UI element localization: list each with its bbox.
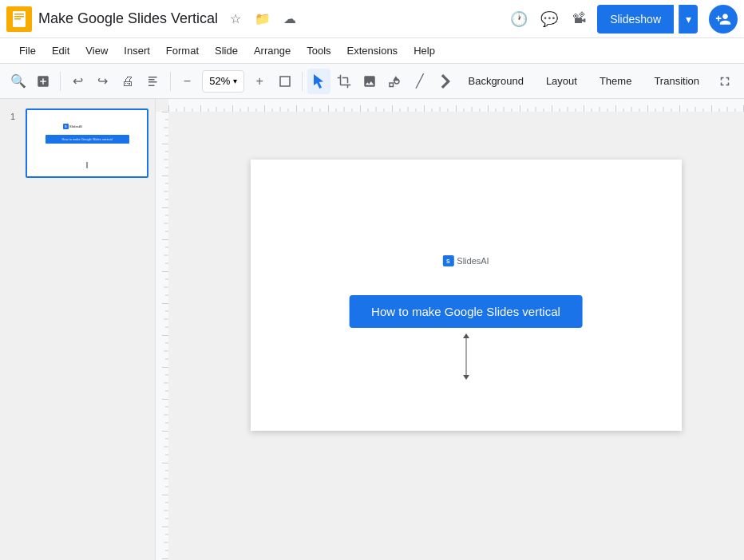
shape-button[interactable] (382, 69, 406, 94)
undo-button[interactable]: ↩ (65, 69, 89, 94)
app-icon (6, 6, 32, 32)
transition-button[interactable]: Transition (644, 72, 709, 90)
title-bar: Make Google Slides Vertical ☆ 📁 ☁ 🕐 💬 📽 … (0, 0, 744, 38)
cloud-icon[interactable]: ☁ (279, 8, 301, 30)
thumb-content: S SlidesAI How to make Google Slides ver… (27, 110, 147, 176)
menu-insert[interactable]: Insert (117, 41, 156, 60)
title-icons: ☆ 📁 ☁ (224, 8, 301, 30)
thumb-cursor (87, 162, 88, 168)
star-icon[interactable]: ☆ (224, 8, 247, 30)
canvas-title-box[interactable]: How to make Google Slides vertical (349, 295, 583, 328)
image-button[interactable] (358, 69, 382, 94)
ruler-horizontal (168, 99, 744, 112)
zoom-in-button[interactable]: + (247, 69, 271, 94)
canvas-logo-area: S SlidesAI (442, 255, 489, 266)
comment-icon[interactable]: 💬 (536, 6, 562, 32)
zoom-control[interactable]: 52% ▾ (202, 70, 244, 93)
slideshow-button[interactable]: Slideshow (597, 5, 674, 34)
svg-rect-3 (14, 16, 24, 18)
slide-thumb-container-1: 1 S SlidesAI How to make Google Slides v… (6, 108, 148, 178)
paint-format-button[interactable] (141, 69, 165, 94)
menu-file[interactable]: File (13, 41, 42, 60)
menu-tools[interactable]: Tools (300, 41, 337, 60)
canvas-area[interactable]: S SlidesAI How to make Google Slides ver… (156, 99, 744, 560)
svg-rect-4 (14, 18, 21, 20)
thumb-title-box: How to make Google Slides vertical (46, 135, 129, 144)
search-button[interactable]: 🔍 (6, 69, 30, 94)
menu-bar: File Edit View Insert Format Slide Arran… (0, 38, 744, 64)
crop-button[interactable] (332, 69, 356, 94)
menu-slide[interactable]: Slide (208, 41, 244, 60)
slides-ai-logo-icon: S (442, 255, 453, 266)
sep-3 (302, 72, 303, 91)
layout-button[interactable]: Layout (536, 72, 587, 90)
sep-1 (60, 72, 61, 91)
line-button[interactable]: ╱ (408, 69, 432, 94)
slide-canvas[interactable]: S SlidesAI How to make Google Slides ver… (251, 160, 682, 431)
main-content: 1 S SlidesAI How to make Google Slides v… (0, 99, 744, 560)
present-icon[interactable]: 📽 (567, 6, 592, 32)
svg-rect-2 (14, 14, 24, 15)
zoom-out-button[interactable]: − (176, 69, 200, 94)
thumb-logo: S SlidesAI (63, 124, 82, 128)
canvas-cursor-line (465, 335, 466, 375)
slide-options: Background Layout Theme Transition (458, 69, 738, 94)
resize-arrow-down (463, 375, 469, 380)
print-button[interactable]: 🖨 (116, 69, 140, 94)
svg-rect-16 (156, 112, 168, 560)
doc-title[interactable]: Make Google Slides Vertical (38, 10, 218, 27)
sep-2 (170, 72, 171, 91)
theme-button[interactable]: Theme (590, 72, 641, 90)
slide-thumbnail-1[interactable]: S SlidesAI How to make Google Slides ver… (26, 108, 148, 178)
menu-extensions[interactable]: Extensions (341, 41, 405, 60)
zoom-level: 52% (209, 75, 230, 87)
ruler-vertical (156, 112, 168, 560)
toolbar: 🔍 ↩ ↪ 🖨 − 52% ▾ + ╱ Background Layout Th… (0, 64, 744, 99)
background-button[interactable]: Background (458, 72, 532, 90)
slideshow-dropdown-button[interactable]: ▾ (679, 5, 698, 34)
menu-edit[interactable]: Edit (46, 41, 76, 60)
redo-button[interactable]: ↪ (91, 69, 115, 94)
add-new-button[interactable] (32, 69, 56, 94)
slides-ai-label: SlidesAI (457, 256, 489, 266)
fit-slide-button[interactable] (273, 69, 297, 94)
folder-icon[interactable]: 📁 (251, 8, 274, 30)
slides-panel: 1 S SlidesAI How to make Google Slides v… (0, 99, 156, 560)
menu-view[interactable]: View (79, 41, 114, 60)
canvas-title-text: How to make Google Slides vertical (371, 305, 560, 318)
title-toolbar-right: 🕐 💬 📽 Slideshow ▾ (506, 5, 738, 34)
menu-arrange[interactable]: Arrange (247, 41, 297, 60)
slide-number-1: 1 (6, 112, 19, 121)
menu-format[interactable]: Format (160, 41, 205, 60)
select-tool-button[interactable] (307, 69, 331, 94)
expand-button[interactable] (712, 69, 738, 94)
arrow-button[interactable] (433, 69, 457, 94)
menu-help[interactable]: Help (407, 41, 441, 60)
zoom-dropdown-icon: ▾ (233, 77, 237, 85)
svg-rect-10 (168, 99, 744, 112)
share-button[interactable] (709, 5, 738, 34)
history-icon[interactable]: 🕐 (506, 6, 532, 32)
thumb-title-text: How to make Google Slides vertical (49, 137, 126, 141)
